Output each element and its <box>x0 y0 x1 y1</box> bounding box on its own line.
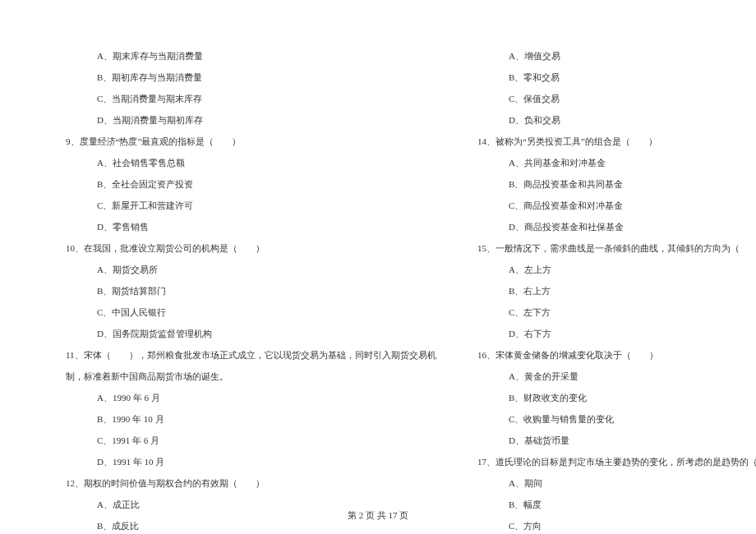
q8-option-c: C、当期消费量与期末库存 <box>49 88 436 109</box>
q13-option-c: C、保值交易 <box>461 88 756 109</box>
q16-option-b: B、财政收支的变化 <box>461 387 756 408</box>
q15-option-a: A、左上方 <box>461 259 756 280</box>
q14-stem: 14、被称为“另类投资工具”的组合是（ ） <box>461 131 756 152</box>
q16-option-d: D、基础货币量 <box>461 430 756 451</box>
q15-option-d: D、右下方 <box>461 323 756 344</box>
q10-option-d: D、国务院期货监督管理机构 <box>49 323 436 344</box>
q15-option-c: C、左下方 <box>461 302 756 323</box>
q9-option-b: B、全社会固定资产投资 <box>49 173 436 195</box>
q14-option-b: B、商品投资基金和共同基金 <box>461 173 756 195</box>
q9-option-a: A、社会销售零售总额 <box>49 152 436 173</box>
two-column-layout: A、期末库存与当期消费量 B、期初库存与当期消费量 C、当期消费量与期末库存 D… <box>0 45 756 534</box>
q11-option-c: C、1991 年 6 月 <box>49 430 436 451</box>
q10-stem: 10、在我国，批准设立期货公司的机构是（ ） <box>49 237 436 259</box>
q16-option-c: C、收购量与销售量的变化 <box>461 408 756 430</box>
q15-stem: 15、一般情况下，需求曲线是一条倾斜的曲线，其倾斜的方向为（ ） <box>461 237 756 259</box>
q17-option-a: A、期间 <box>461 472 756 494</box>
q10-option-c: C、中国人民银行 <box>49 302 436 323</box>
q13-option-b: B、零和交易 <box>461 67 756 88</box>
page-footer: 第 2 页 共 17 页 <box>0 509 756 522</box>
q13-option-a: A、增值交易 <box>461 45 756 67</box>
q14-option-a: A、共同基金和对冲基金 <box>461 152 756 173</box>
q8-option-a: A、期末库存与当期消费量 <box>49 45 436 67</box>
q9-stem: 9、度量经济“热度”最直观的指标是（ ） <box>49 131 436 152</box>
q16-option-a: A、黄金的开采量 <box>461 366 756 387</box>
q8-option-d: D、当期消费量与期初库存 <box>49 109 436 131</box>
q14-option-c: C、商品投资基金和对冲基金 <box>461 195 756 216</box>
q10-option-b: B、期货结算部门 <box>49 280 436 302</box>
q11-stem-line2: 制，标准着新中国商品期货市场的诞生。 <box>49 366 436 387</box>
q10-option-a: A、期货交易所 <box>49 259 436 280</box>
q9-option-d: D、零售销售 <box>49 216 436 237</box>
q11-stem-line1: 11、宋体（ ），郑州粮食批发市场正式成立，它以现货交易为基础，同时引入期货交易… <box>49 344 436 366</box>
q12-stem: 12、期权的时间价值与期权合约的有效期（ ） <box>49 472 436 494</box>
q9-option-c: C、新屋开工和营建许可 <box>49 195 436 216</box>
q8-option-b: B、期初库存与当期消费量 <box>49 67 436 88</box>
left-column: A、期末库存与当期消费量 B、期初库存与当期消费量 C、当期消费量与期末库存 D… <box>37 45 449 534</box>
q11-option-b: B、1990 年 10 月 <box>49 408 436 430</box>
q11-option-d: D、1991 年 10 月 <box>49 451 436 472</box>
q17-stem: 17、道氏理论的目标是判定市场主要趋势的变化，所考虑的是趋势的（ ） <box>461 451 756 472</box>
q14-option-d: D、商品投资基金和社保基金 <box>461 216 756 237</box>
q15-option-b: B、右上方 <box>461 280 756 302</box>
right-column: A、增值交易 B、零和交易 C、保值交易 D、负和交易 14、被称为“另类投资工… <box>449 45 756 534</box>
q16-stem: 16、宋体黄金储备的增减变化取决于（ ） <box>461 344 756 366</box>
q13-option-d: D、负和交易 <box>461 109 756 131</box>
q11-option-a: A、1990 年 6 月 <box>49 387 436 408</box>
